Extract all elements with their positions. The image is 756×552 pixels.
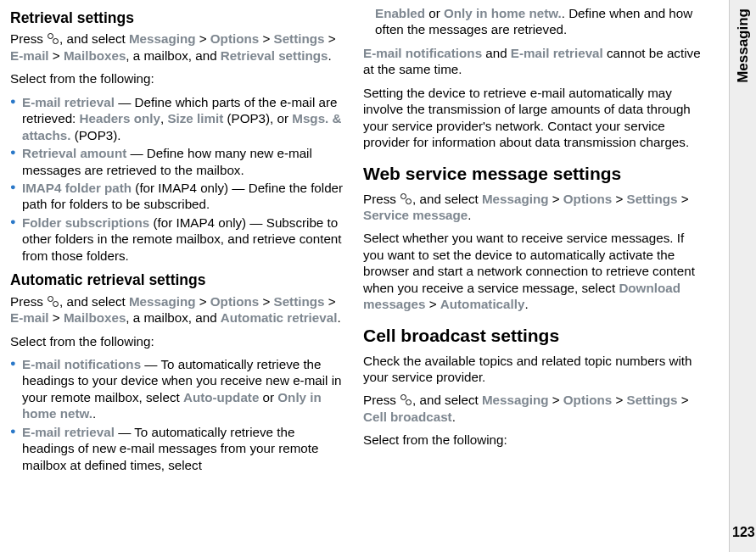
term-options: Options <box>210 294 259 309</box>
separator-gt: > <box>681 393 689 407</box>
text: or <box>259 390 277 404</box>
text: , and select <box>59 31 129 46</box>
term-size-limit: Size limit <box>167 111 223 125</box>
term-only-home-netw: Only in home netw. <box>444 6 562 20</box>
term-email-notifications: E-mail notifications <box>363 46 482 60</box>
list-item: IMAP4 folder path (for IMAP4 only) — Def… <box>10 180 348 213</box>
text: , and select <box>59 294 129 309</box>
data-charges-warning: Setting the device to retrieve e-mail au… <box>363 85 701 151</box>
select-from: Select from the following: <box>10 333 348 349</box>
page: Retrieval settings Press , and select Me… <box>0 0 756 552</box>
separator-gt: > <box>552 393 560 407</box>
web-service-path-paragraph: Press , and select Messaging > Options >… <box>363 191 701 224</box>
term-headers-only: Headers only <box>80 111 160 125</box>
text: Press <box>10 31 47 46</box>
list-item: E-mail retrieval — Define which parts of… <box>10 94 348 143</box>
text: Press <box>10 294 47 309</box>
side-tab: Messaging 123 <box>729 0 756 552</box>
text: , and select <box>412 393 482 407</box>
term-settings: Settings <box>627 192 678 206</box>
retrieval-path-paragraph: Press , and select Messaging > Options >… <box>10 31 348 64</box>
term-messaging: Messaging <box>129 31 196 46</box>
menu-key-icon <box>400 394 412 406</box>
term-options: Options <box>563 192 612 206</box>
separator-gt: > <box>53 48 60 63</box>
web-service-body: Select whether you want to receive servi… <box>363 230 701 312</box>
select-from: Select from the following: <box>10 70 348 86</box>
list-item: E-mail notifications — To automatically … <box>10 356 348 422</box>
list-item: Retrieval amount — Define how many new e… <box>10 145 348 178</box>
term-email: E-mail <box>10 310 49 325</box>
side-tab-label: Messaging <box>735 8 752 83</box>
term-options: Options <box>563 393 612 407</box>
term-folder-subscriptions: Folder subscriptions <box>22 215 149 230</box>
term-messaging: Messaging <box>482 393 549 407</box>
heading-automatic-retrieval: Automatic retrieval settings <box>10 270 348 289</box>
separator-gt: > <box>262 294 270 309</box>
term-mailboxes: Mailboxes <box>64 310 126 325</box>
separator-gt: > <box>615 192 623 206</box>
exclusive-note: E-mail notifications and E-mail retrieva… <box>363 45 701 78</box>
list-item: Folder subscriptions (for IMAP4 only) — … <box>10 215 348 264</box>
text: and <box>482 46 511 60</box>
heading-cell-broadcast: Cell broadcast settings <box>363 325 701 348</box>
separator-gt: > <box>328 294 336 309</box>
term-email-notifications: E-mail notifications <box>22 357 141 371</box>
text: . <box>524 297 528 311</box>
heading-retrieval-settings: Retrieval settings <box>10 8 348 27</box>
term-enabled: Enabled <box>375 6 425 20</box>
term-auto-update: Auto-update <box>183 390 259 404</box>
text: or <box>425 6 444 20</box>
text: . <box>337 310 340 325</box>
term-automatic-retrieval: Automatic retrieval <box>221 310 338 325</box>
left-column: Retrieval settings Press , and select Me… <box>0 0 355 552</box>
text: . <box>328 48 331 63</box>
separator-gt: > <box>53 310 60 325</box>
separator-gt: > <box>681 192 689 206</box>
text: Press <box>363 393 400 407</box>
term-settings: Settings <box>274 294 325 309</box>
text: . <box>468 208 471 222</box>
separator-gt: > <box>552 192 560 206</box>
text: (POP3). <box>70 128 120 142</box>
separator-gt: > <box>615 393 623 407</box>
cell-broadcast-intro: Check the available topics and related t… <box>363 353 701 386</box>
term-service-message: Service message <box>363 208 468 222</box>
menu-key-icon <box>400 193 412 205</box>
term-imap4-folder-path: IMAP4 folder path <box>22 181 132 195</box>
text: . <box>92 406 96 421</box>
page-number: 123 <box>732 525 755 540</box>
retrieval-list: E-mail retrieval — Define which parts of… <box>10 94 348 265</box>
text: , a mailbox, and <box>126 48 220 63</box>
term-automatically: Automatically <box>440 297 525 311</box>
term-messaging: Messaging <box>482 192 549 206</box>
separator-gt: > <box>199 294 207 309</box>
separator-gt: > <box>429 297 437 311</box>
select-from: Select from the following: <box>363 432 701 448</box>
separator-gt: > <box>199 31 207 46</box>
right-column: Enabled or Only in home netw.. Define wh… <box>355 0 709 552</box>
term-cell-broadcast: Cell broadcast <box>363 410 452 424</box>
menu-key-icon <box>47 33 59 45</box>
term-email: E-mail <box>10 48 49 63</box>
list-item: E-mail retrieval — To automatically retr… <box>10 424 348 473</box>
text: , a mailbox, and <box>126 310 220 325</box>
term-retrieval-amount: Retrieval amount <box>22 146 126 160</box>
text: , and select <box>412 192 482 206</box>
term-email-retrieval: E-mail retrieval <box>22 95 115 109</box>
menu-key-icon <box>47 296 59 308</box>
cell-broadcast-path-paragraph: Press , and select Messaging > Options >… <box>363 392 701 425</box>
term-messaging: Messaging <box>129 294 196 309</box>
term-options: Options <box>210 31 259 46</box>
continuation-paragraph: Enabled or Only in home netw.. Define wh… <box>363 5 701 38</box>
auto-retrieval-list: E-mail notifications — To automatically … <box>10 356 348 473</box>
heading-web-service: Web service message settings <box>363 163 701 186</box>
term-email-retrieval: E-mail retrieval <box>511 46 603 60</box>
term-settings: Settings <box>274 31 325 46</box>
separator-gt: > <box>328 31 336 46</box>
term-settings: Settings <box>627 393 678 407</box>
text: Press <box>363 192 400 206</box>
text: . <box>452 410 456 424</box>
auto-retrieval-path-paragraph: Press , and select Messaging > Options >… <box>10 293 348 326</box>
term-retrieval-settings: Retrieval settings <box>221 48 328 63</box>
